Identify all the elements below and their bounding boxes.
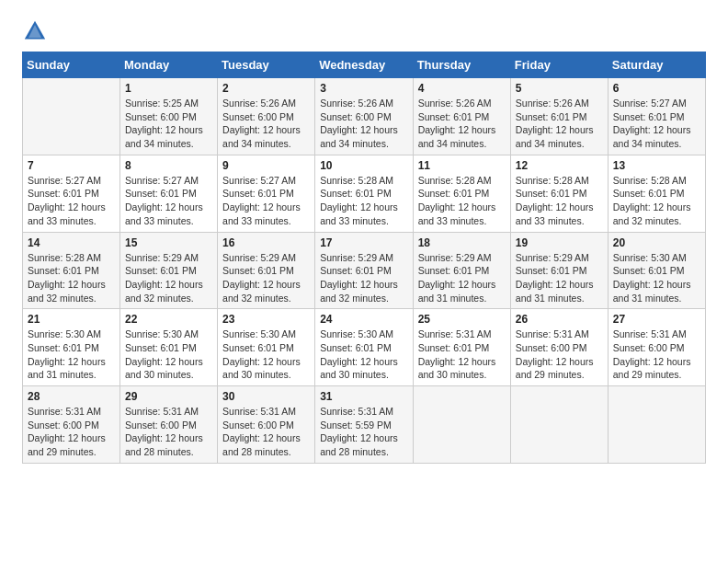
day-info: Sunrise: 5:28 AM Sunset: 6:01 PM Dayligh… <box>28 251 115 305</box>
day-info: Sunrise: 5:30 AM Sunset: 6:01 PM Dayligh… <box>28 327 115 382</box>
calendar-cell: 16Sunrise: 5:29 AM Sunset: 6:01 PM Dayli… <box>218 232 315 309</box>
day-info: Sunrise: 5:31 AM Sunset: 6:01 PM Dayligh… <box>418 327 506 382</box>
day-info: Sunrise: 5:28 AM Sunset: 6:01 PM Dayligh… <box>320 174 407 228</box>
day-info: Sunrise: 5:31 AM Sunset: 6:00 PM Dayligh… <box>613 327 700 382</box>
day-number: 24 <box>320 313 407 326</box>
day-number: 2 <box>222 82 310 95</box>
day-info: Sunrise: 5:28 AM Sunset: 6:01 PM Dayligh… <box>613 174 700 228</box>
day-info: Sunrise: 5:30 AM Sunset: 6:01 PM Dayligh… <box>320 327 407 382</box>
day-number: 1 <box>125 82 212 95</box>
day-info: Sunrise: 5:31 AM Sunset: 6:00 PM Dayligh… <box>125 405 212 459</box>
calendar-cell: 4Sunrise: 5:26 AM Sunset: 6:01 PM Daylig… <box>413 78 510 155</box>
day-number: 29 <box>125 390 212 403</box>
logo <box>22 18 53 44</box>
calendar-cell: 17Sunrise: 5:29 AM Sunset: 6:01 PM Dayli… <box>315 232 413 309</box>
day-info: Sunrise: 5:31 AM Sunset: 5:59 PM Dayligh… <box>320 405 407 459</box>
day-number: 7 <box>28 159 115 172</box>
calendar-cell: 31Sunrise: 5:31 AM Sunset: 5:59 PM Dayli… <box>315 386 413 464</box>
day-number: 30 <box>222 390 310 403</box>
page-header <box>22 18 706 44</box>
calendar-cell: 20Sunrise: 5:30 AM Sunset: 6:01 PM Dayli… <box>608 232 705 309</box>
day-number: 26 <box>516 313 603 326</box>
day-number: 25 <box>418 313 506 326</box>
day-info: Sunrise: 5:31 AM Sunset: 6:00 PM Dayligh… <box>28 405 115 459</box>
day-number: 9 <box>222 159 310 172</box>
calendar-cell: 15Sunrise: 5:29 AM Sunset: 6:01 PM Dayli… <box>120 232 218 309</box>
calendar-cell: 3Sunrise: 5:26 AM Sunset: 6:00 PM Daylig… <box>315 78 413 155</box>
day-number: 17 <box>320 236 407 249</box>
day-number: 15 <box>125 236 212 249</box>
day-number: 13 <box>613 159 700 172</box>
calendar-cell: 24Sunrise: 5:30 AM Sunset: 6:01 PM Dayli… <box>315 309 413 386</box>
calendar-cell: 8Sunrise: 5:27 AM Sunset: 6:01 PM Daylig… <box>120 155 218 232</box>
day-info: Sunrise: 5:26 AM Sunset: 6:01 PM Dayligh… <box>418 97 506 151</box>
day-number: 20 <box>613 236 700 249</box>
day-info: Sunrise: 5:25 AM Sunset: 6:00 PM Dayligh… <box>125 97 212 151</box>
calendar-cell: 19Sunrise: 5:29 AM Sunset: 6:01 PM Dayli… <box>510 232 608 309</box>
calendar-cell: 12Sunrise: 5:28 AM Sunset: 6:01 PM Dayli… <box>510 155 608 232</box>
day-number: 19 <box>516 236 603 249</box>
day-info: Sunrise: 5:30 AM Sunset: 6:01 PM Dayligh… <box>125 327 212 382</box>
calendar-cell: 13Sunrise: 5:28 AM Sunset: 6:01 PM Dayli… <box>608 155 705 232</box>
day-number: 18 <box>418 236 506 249</box>
calendar-week-4: 21Sunrise: 5:30 AM Sunset: 6:01 PM Dayli… <box>23 309 706 386</box>
day-number: 14 <box>28 236 115 249</box>
day-info: Sunrise: 5:27 AM Sunset: 6:01 PM Dayligh… <box>613 97 700 151</box>
header-wednesday: Wednesday <box>315 52 413 78</box>
header-monday: Monday <box>120 52 218 78</box>
logo-icon <box>22 18 48 44</box>
calendar-cell: 28Sunrise: 5:31 AM Sunset: 6:00 PM Dayli… <box>23 386 120 464</box>
day-info: Sunrise: 5:29 AM Sunset: 6:01 PM Dayligh… <box>418 251 506 305</box>
day-info: Sunrise: 5:26 AM Sunset: 6:01 PM Dayligh… <box>516 97 603 151</box>
day-number: 23 <box>222 313 310 326</box>
day-info: Sunrise: 5:27 AM Sunset: 6:01 PM Dayligh… <box>125 174 212 228</box>
day-number: 6 <box>613 82 700 95</box>
calendar-cell: 9Sunrise: 5:27 AM Sunset: 6:01 PM Daylig… <box>218 155 315 232</box>
day-number: 27 <box>613 313 700 326</box>
day-info: Sunrise: 5:29 AM Sunset: 6:01 PM Dayligh… <box>125 251 212 305</box>
day-number: 21 <box>28 313 115 326</box>
calendar-cell: 10Sunrise: 5:28 AM Sunset: 6:01 PM Dayli… <box>315 155 413 232</box>
day-number: 4 <box>418 82 506 95</box>
header-thursday: Thursday <box>413 52 510 78</box>
calendar-week-5: 28Sunrise: 5:31 AM Sunset: 6:00 PM Dayli… <box>23 386 706 464</box>
day-number: 31 <box>320 390 407 403</box>
day-info: Sunrise: 5:26 AM Sunset: 6:00 PM Dayligh… <box>222 97 310 151</box>
calendar-cell <box>510 386 608 464</box>
day-number: 8 <box>125 159 212 172</box>
header-saturday: Saturday <box>608 52 705 78</box>
calendar-header-row: SundayMondayTuesdayWednesdayThursdayFrid… <box>23 52 706 78</box>
header-sunday: Sunday <box>23 52 120 78</box>
calendar-cell <box>608 386 705 464</box>
day-info: Sunrise: 5:27 AM Sunset: 6:01 PM Dayligh… <box>28 174 115 228</box>
calendar-cell: 7Sunrise: 5:27 AM Sunset: 6:01 PM Daylig… <box>23 155 120 232</box>
calendar-cell: 6Sunrise: 5:27 AM Sunset: 6:01 PM Daylig… <box>608 78 705 155</box>
calendar-table: SundayMondayTuesdayWednesdayThursdayFrid… <box>22 52 706 464</box>
calendar-cell: 14Sunrise: 5:28 AM Sunset: 6:01 PM Dayli… <box>23 232 120 309</box>
day-number: 3 <box>320 82 407 95</box>
day-info: Sunrise: 5:29 AM Sunset: 6:01 PM Dayligh… <box>320 251 407 305</box>
calendar-cell: 21Sunrise: 5:30 AM Sunset: 6:01 PM Dayli… <box>23 309 120 386</box>
day-info: Sunrise: 5:27 AM Sunset: 6:01 PM Dayligh… <box>222 174 310 228</box>
calendar-week-3: 14Sunrise: 5:28 AM Sunset: 6:01 PM Dayli… <box>23 232 706 309</box>
calendar-cell: 2Sunrise: 5:26 AM Sunset: 6:00 PM Daylig… <box>218 78 315 155</box>
calendar-cell: 27Sunrise: 5:31 AM Sunset: 6:00 PM Dayli… <box>608 309 705 386</box>
calendar-cell: 25Sunrise: 5:31 AM Sunset: 6:01 PM Dayli… <box>413 309 510 386</box>
day-info: Sunrise: 5:28 AM Sunset: 6:01 PM Dayligh… <box>418 174 506 228</box>
calendar-cell <box>23 78 120 155</box>
header-friday: Friday <box>510 52 608 78</box>
day-number: 5 <box>516 82 603 95</box>
calendar-cell: 5Sunrise: 5:26 AM Sunset: 6:01 PM Daylig… <box>510 78 608 155</box>
calendar-cell: 11Sunrise: 5:28 AM Sunset: 6:01 PM Dayli… <box>413 155 510 232</box>
calendar-cell: 26Sunrise: 5:31 AM Sunset: 6:00 PM Dayli… <box>510 309 608 386</box>
day-info: Sunrise: 5:31 AM Sunset: 6:00 PM Dayligh… <box>222 405 310 459</box>
calendar-cell: 30Sunrise: 5:31 AM Sunset: 6:00 PM Dayli… <box>218 386 315 464</box>
calendar-cell: 22Sunrise: 5:30 AM Sunset: 6:01 PM Dayli… <box>120 309 218 386</box>
header-tuesday: Tuesday <box>218 52 315 78</box>
day-info: Sunrise: 5:30 AM Sunset: 6:01 PM Dayligh… <box>613 251 700 305</box>
day-number: 28 <box>28 390 115 403</box>
calendar-cell: 23Sunrise: 5:30 AM Sunset: 6:01 PM Dayli… <box>218 309 315 386</box>
calendar-week-1: 1Sunrise: 5:25 AM Sunset: 6:00 PM Daylig… <box>23 78 706 155</box>
day-number: 10 <box>320 159 407 172</box>
day-number: 12 <box>516 159 603 172</box>
